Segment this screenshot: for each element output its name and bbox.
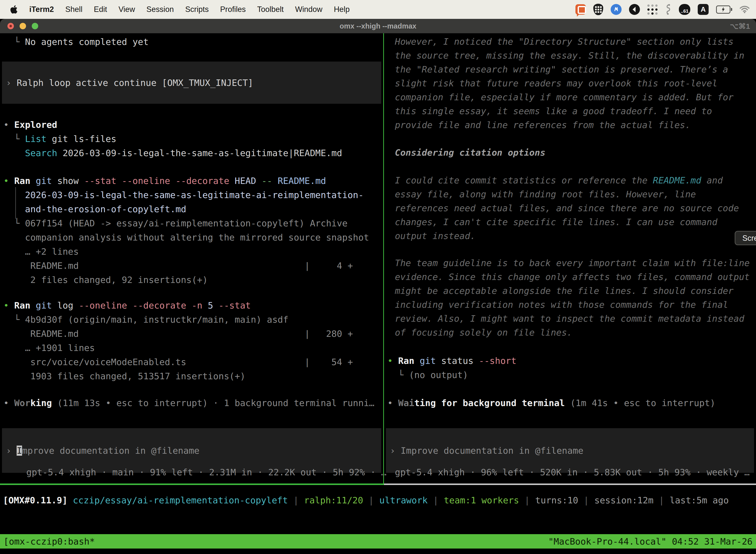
menu-item-scripts[interactable]: Scripts — [185, 5, 209, 14]
thinking-paragraph-3: The team guideline is to back every impo… — [395, 256, 755, 340]
menu-item-shell[interactable]: Shell — [65, 5, 82, 14]
tmux-host-clock-label: "MacBook-Pro-44.local" 04:52 31-Mar-26 — [548, 535, 753, 549]
chat-app-icon[interactable] — [575, 4, 586, 15]
squiggle-icon[interactable] — [665, 4, 672, 15]
thinking-paragraph-1: However, I noticed the "Directory Struct… — [395, 35, 755, 132]
bolt-badge-icon[interactable] — [611, 4, 622, 15]
zoom-button[interactable] — [32, 23, 38, 29]
tmux-status-bar: [omx-cczip0:bash* "MacBook-Pro-44.local"… — [0, 534, 756, 549]
window-title-bar[interactable]: omx --xhigh --madmax ⌥⌘1 — [0, 19, 756, 33]
battery-icon[interactable] — [716, 5, 732, 14]
left-prompt-text: › Improve documentation in @filename — [6, 444, 199, 458]
iterm2-window: omx --xhigh --madmax ⌥⌘1 └ No agents com… — [0, 19, 756, 554]
git-log-block: • Ran git log --oneline --decorate -n 5 … — [3, 298, 382, 383]
tooltip-label: Scre — [742, 231, 756, 245]
inactive-pane-separator — [384, 484, 756, 485]
screen-share-tooltip: Scre — [735, 231, 756, 245]
ralph-inject-box[interactable]: › Ralph loop active continue [OMX_TMUX_I… — [2, 62, 381, 104]
window-shortcut-badge: ⌥⌘1 — [730, 22, 750, 31]
git-status-block: • Ran git status --short └ (no output) — [387, 354, 755, 382]
omx-status-line: [OMX#0.11.9] cczip/essay/ai-reimplementa… — [3, 493, 729, 507]
working-status-line: • Working (11m 13s • esc to interrupt) ·… — [3, 396, 382, 410]
menu-item-view[interactable]: View — [119, 5, 135, 14]
menu-item-edit[interactable]: Edit — [94, 5, 107, 14]
menu-item-profiles[interactable]: Profiles — [220, 5, 246, 14]
right-terminal-pane[interactable]: However, I noticed the "Directory Struct… — [384, 33, 756, 554]
menu-item-window[interactable]: Window — [295, 5, 322, 14]
agents-status-line: └ No agents completed yet — [3, 35, 382, 49]
timer-badge-icon[interactable]: ..61 — [679, 4, 690, 15]
menu-item-toolbelt[interactable]: Toolbelt — [257, 5, 284, 14]
terminal-content: └ No agents completed yet › Ralph loop a… — [0, 33, 756, 554]
menu-bar-status-icons: ..61 A — [575, 4, 756, 15]
left-terminal-pane[interactable]: └ No agents completed yet › Ralph loop a… — [0, 33, 383, 554]
minimize-button[interactable] — [19, 23, 26, 29]
shield-icon[interactable] — [593, 4, 603, 15]
thinking-paragraph-2: I could cite commit statistics or refere… — [395, 173, 755, 243]
active-pane-separator — [0, 484, 384, 485]
wifi-icon[interactable] — [740, 6, 750, 13]
waiting-status-line: • Waiting for background terminal (1m 41… — [387, 396, 755, 410]
tmux-session-label: [omx-cczip0:bash* — [3, 535, 95, 549]
menu-item-iterm2[interactable]: iTerm2 — [29, 5, 54, 14]
git-show-block: • Ran git show --stat --oneline --decora… — [3, 174, 382, 287]
thinking-heading: Considering citation options — [395, 146, 755, 160]
window-title: omx --xhigh --madmax — [339, 22, 416, 30]
apple-menu-icon[interactable] — [10, 5, 18, 14]
right-prompt-text: › Improve documentation in @filename — [390, 444, 583, 458]
menu-item-session[interactable]: Session — [146, 5, 174, 14]
menu-item-help[interactable]: Help — [334, 5, 350, 14]
close-button[interactable] — [7, 23, 14, 29]
kaleidoscope-icon[interactable] — [629, 4, 640, 15]
left-model-status-line: gpt-5.4 xhigh · main · 91% left · 2.31M … — [26, 465, 386, 479]
a-badge-icon[interactable]: A — [698, 4, 709, 15]
ralph-inject-text: › Ralph loop active continue [OMX_TMUX_I… — [6, 76, 253, 90]
traffic-lights — [7, 23, 38, 29]
right-model-status-line: gpt-5.4 xhigh · 96% left · 520K in · 5.8… — [395, 465, 750, 479]
macos-menu-bar: iTerm2 Shell Edit View Session Scripts P… — [0, 0, 756, 19]
dots-grid-icon[interactable] — [647, 4, 657, 15]
explored-block: • Explored └ List git ls-files Search 20… — [3, 118, 382, 160]
